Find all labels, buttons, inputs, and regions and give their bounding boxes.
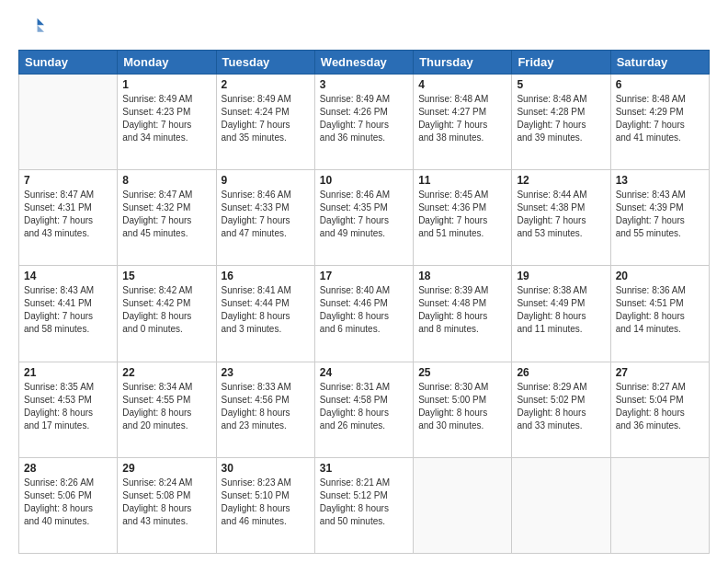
day-info: Sunrise: 8:40 AM Sunset: 4:46 PM Dayligh… xyxy=(320,284,408,336)
calendar-table: SundayMondayTuesdayWednesdayThursdayFrid… xyxy=(18,50,710,554)
calendar-cell: 13Sunrise: 8:43 AM Sunset: 4:39 PM Dayli… xyxy=(610,170,709,266)
day-info: Sunrise: 8:33 AM Sunset: 4:56 PM Dayligh… xyxy=(222,381,310,432)
day-number: 6 xyxy=(616,78,704,91)
day-number: 24 xyxy=(320,366,408,379)
day-number: 23 xyxy=(222,366,310,379)
calendar-cell: 21Sunrise: 8:35 AM Sunset: 4:53 PM Dayli… xyxy=(19,362,118,457)
day-number: 26 xyxy=(517,366,605,379)
day-info: Sunrise: 8:30 AM Sunset: 5:00 PM Dayligh… xyxy=(418,381,506,432)
day-info: Sunrise: 8:43 AM Sunset: 4:41 PM Dayligh… xyxy=(24,284,112,336)
day-number: 18 xyxy=(418,270,506,282)
calendar-cell: 26Sunrise: 8:29 AM Sunset: 5:02 PM Dayli… xyxy=(512,362,610,457)
day-number: 19 xyxy=(517,270,605,282)
day-info: Sunrise: 8:38 AM Sunset: 4:49 PM Dayligh… xyxy=(517,284,605,336)
calendar-cell: 4Sunrise: 8:48 AM Sunset: 4:27 PM Daylig… xyxy=(414,75,512,170)
weekday-header: Thursday xyxy=(414,51,512,75)
day-number: 27 xyxy=(616,366,704,379)
header xyxy=(18,15,710,40)
day-number: 29 xyxy=(122,462,210,475)
day-info: Sunrise: 8:43 AM Sunset: 4:39 PM Dayligh… xyxy=(616,189,704,240)
day-info: Sunrise: 8:23 AM Sunset: 5:10 PM Dayligh… xyxy=(222,477,310,528)
calendar-cell: 3Sunrise: 8:49 AM Sunset: 4:26 PM Daylig… xyxy=(314,75,413,170)
day-number: 21 xyxy=(24,366,112,379)
day-number: 15 xyxy=(122,270,210,282)
day-info: Sunrise: 8:49 AM Sunset: 4:23 PM Dayligh… xyxy=(122,93,210,144)
calendar-cell: 22Sunrise: 8:34 AM Sunset: 4:55 PM Dayli… xyxy=(118,362,216,457)
calendar-cell: 25Sunrise: 8:30 AM Sunset: 5:00 PM Dayli… xyxy=(414,362,512,457)
weekday-header-row: SundayMondayTuesdayWednesdayThursdayFrid… xyxy=(19,51,710,75)
day-number: 10 xyxy=(320,174,408,187)
day-info: Sunrise: 8:26 AM Sunset: 5:06 PM Dayligh… xyxy=(24,477,112,528)
day-number: 28 xyxy=(24,462,112,475)
weekday-header: Friday xyxy=(512,51,610,75)
day-number: 25 xyxy=(418,366,506,379)
calendar-cell: 17Sunrise: 8:40 AM Sunset: 4:46 PM Dayli… xyxy=(314,266,413,362)
calendar-cell: 8Sunrise: 8:47 AM Sunset: 4:32 PM Daylig… xyxy=(118,170,216,266)
day-info: Sunrise: 8:36 AM Sunset: 4:51 PM Dayligh… xyxy=(616,284,704,336)
day-number: 8 xyxy=(122,174,210,187)
calendar-cell xyxy=(512,457,610,553)
calendar-cell: 18Sunrise: 8:39 AM Sunset: 4:48 PM Dayli… xyxy=(414,266,512,362)
day-info: Sunrise: 8:48 AM Sunset: 4:28 PM Dayligh… xyxy=(517,93,605,144)
calendar-cell: 28Sunrise: 8:26 AM Sunset: 5:06 PM Dayli… xyxy=(19,457,118,553)
day-number: 1 xyxy=(122,78,210,91)
day-info: Sunrise: 8:49 AM Sunset: 4:24 PM Dayligh… xyxy=(222,93,310,144)
calendar-cell xyxy=(19,75,118,170)
calendar-cell: 10Sunrise: 8:46 AM Sunset: 4:35 PM Dayli… xyxy=(314,170,413,266)
day-info: Sunrise: 8:42 AM Sunset: 4:42 PM Dayligh… xyxy=(122,284,210,336)
day-number: 2 xyxy=(222,78,310,91)
day-number: 9 xyxy=(222,174,310,187)
day-info: Sunrise: 8:47 AM Sunset: 4:31 PM Dayligh… xyxy=(24,189,112,240)
day-info: Sunrise: 8:34 AM Sunset: 4:55 PM Dayligh… xyxy=(122,381,210,432)
day-number: 13 xyxy=(616,174,704,187)
day-number: 7 xyxy=(24,174,112,187)
weekday-header: Sunday xyxy=(19,51,118,75)
day-number: 4 xyxy=(418,78,506,91)
calendar-cell: 11Sunrise: 8:45 AM Sunset: 4:36 PM Dayli… xyxy=(414,170,512,266)
weekday-header: Monday xyxy=(118,51,216,75)
calendar-cell: 7Sunrise: 8:47 AM Sunset: 4:31 PM Daylig… xyxy=(19,170,118,266)
calendar-cell: 2Sunrise: 8:49 AM Sunset: 4:24 PM Daylig… xyxy=(216,75,314,170)
calendar-cell: 5Sunrise: 8:48 AM Sunset: 4:28 PM Daylig… xyxy=(512,75,610,170)
day-number: 16 xyxy=(222,270,310,282)
day-number: 22 xyxy=(122,366,210,379)
day-info: Sunrise: 8:48 AM Sunset: 4:27 PM Dayligh… xyxy=(418,93,506,144)
calendar-week-row: 21Sunrise: 8:35 AM Sunset: 4:53 PM Dayli… xyxy=(19,362,710,457)
day-info: Sunrise: 8:45 AM Sunset: 4:36 PM Dayligh… xyxy=(418,189,506,240)
calendar-cell: 12Sunrise: 8:44 AM Sunset: 4:38 PM Dayli… xyxy=(512,170,610,266)
day-info: Sunrise: 8:31 AM Sunset: 4:58 PM Dayligh… xyxy=(320,381,408,432)
day-info: Sunrise: 8:39 AM Sunset: 4:48 PM Dayligh… xyxy=(418,284,506,336)
calendar-week-row: 1Sunrise: 8:49 AM Sunset: 4:23 PM Daylig… xyxy=(19,75,710,170)
day-number: 20 xyxy=(616,270,704,282)
day-number: 5 xyxy=(517,78,605,91)
day-info: Sunrise: 8:27 AM Sunset: 5:04 PM Dayligh… xyxy=(616,381,704,432)
calendar-cell: 30Sunrise: 8:23 AM Sunset: 5:10 PM Dayli… xyxy=(216,457,314,553)
calendar-cell: 16Sunrise: 8:41 AM Sunset: 4:44 PM Dayli… xyxy=(216,266,314,362)
calendar-cell: 6Sunrise: 8:48 AM Sunset: 4:29 PM Daylig… xyxy=(610,75,709,170)
calendar-cell: 27Sunrise: 8:27 AM Sunset: 5:04 PM Dayli… xyxy=(610,362,709,457)
calendar-cell: 29Sunrise: 8:24 AM Sunset: 5:08 PM Dayli… xyxy=(118,457,216,553)
calendar-cell xyxy=(610,457,709,553)
day-number: 30 xyxy=(222,462,310,475)
day-info: Sunrise: 8:49 AM Sunset: 4:26 PM Dayligh… xyxy=(320,93,408,144)
calendar-cell: 9Sunrise: 8:46 AM Sunset: 4:33 PM Daylig… xyxy=(216,170,314,266)
calendar-cell: 14Sunrise: 8:43 AM Sunset: 4:41 PM Dayli… xyxy=(19,266,118,362)
weekday-header: Saturday xyxy=(610,51,709,75)
calendar-week-row: 14Sunrise: 8:43 AM Sunset: 4:41 PM Dayli… xyxy=(19,266,710,362)
calendar-cell: 20Sunrise: 8:36 AM Sunset: 4:51 PM Dayli… xyxy=(610,266,709,362)
calendar-cell: 19Sunrise: 8:38 AM Sunset: 4:49 PM Dayli… xyxy=(512,266,610,362)
day-info: Sunrise: 8:35 AM Sunset: 4:53 PM Dayligh… xyxy=(24,381,112,432)
calendar-cell: 24Sunrise: 8:31 AM Sunset: 4:58 PM Dayli… xyxy=(314,362,413,457)
day-info: Sunrise: 8:47 AM Sunset: 4:32 PM Dayligh… xyxy=(122,189,210,240)
calendar-cell: 1Sunrise: 8:49 AM Sunset: 4:23 PM Daylig… xyxy=(118,75,216,170)
day-number: 14 xyxy=(24,270,112,282)
logo-icon xyxy=(18,15,44,40)
day-info: Sunrise: 8:24 AM Sunset: 5:08 PM Dayligh… xyxy=(122,477,210,528)
svg-marker-1 xyxy=(38,25,44,31)
calendar-body: 1Sunrise: 8:49 AM Sunset: 4:23 PM Daylig… xyxy=(19,75,710,554)
day-info: Sunrise: 8:46 AM Sunset: 4:35 PM Dayligh… xyxy=(320,189,408,240)
calendar-cell xyxy=(414,457,512,553)
day-number: 11 xyxy=(418,174,506,187)
day-number: 3 xyxy=(320,78,408,91)
logo xyxy=(18,15,48,40)
